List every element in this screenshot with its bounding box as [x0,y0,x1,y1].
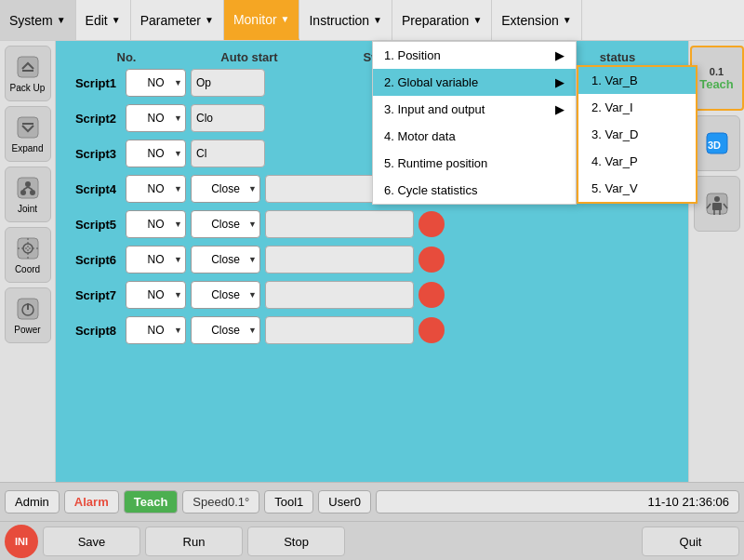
table-row: Script4 NO Close [65,175,679,203]
script-name: Script5 [65,218,121,232]
col-no: No. [65,50,188,64]
menu-bar: System ▼ Edit ▼ Parameter ▼ Monitor ▼ In… [0,0,744,41]
col-autostart: Auto start [188,50,311,64]
menu-parameter[interactable]: Parameter ▼ [131,0,224,40]
chevron-down-icon: ▼ [57,15,66,25]
script-name: Script1 [65,76,121,90]
run-button[interactable]: Run [145,527,243,556]
svg-rect-19 [712,203,722,210]
save-button[interactable]: Save [43,527,140,556]
sidebar-btn-joint[interactable]: Joint [5,167,51,222]
script-name: Script2 [65,112,121,126]
script-name: Script7 [65,288,121,302]
op-input[interactable] [191,104,265,132]
speed-status: Speed0.1° [182,490,259,513]
status-dot [418,176,445,202]
alarm-status: Alarm [64,490,119,513]
table-row: Script5 NO Close [65,210,679,238]
close-select[interactable]: Close [191,210,260,238]
chevron-down-icon: ▼ [373,15,382,25]
status-dot [418,247,445,273]
auto-start-select[interactable]: NO [126,246,186,273]
version-teach-box: 0.1 Teach [690,46,744,111]
table-row: Script2 NO [65,104,679,132]
sidebar-btn-packup[interactable]: Pack Up [5,46,51,101]
auto-start-select-wrapper: NO [126,69,186,97]
auto-start-select-wrapper: NO [126,210,186,238]
tool-status: Tool1 [264,490,313,513]
script-name: Script8 [65,324,121,338]
col-status: status [556,50,679,64]
auto-start-select[interactable]: NO [126,69,186,97]
status-bar: Admin Alarm Teach Speed0.1° Tool1 User0 … [0,482,744,521]
text-input[interactable] [265,246,414,273]
text-input[interactable] [265,175,414,203]
svg-rect-10 [18,238,38,259]
chevron-down-icon: ▼ [112,15,121,25]
text-input[interactable] [265,281,414,309]
auto-start-select[interactable]: NO [126,140,186,167]
menu-edit[interactable]: Edit ▼ [76,0,131,40]
quit-button[interactable]: Quit [642,527,739,556]
op-input[interactable] [191,140,265,167]
close-select-wrapper: Close [191,175,260,203]
sidebar-btn-robot3d[interactable]: 3D [694,115,740,171]
auto-start-select[interactable]: NO [126,316,186,344]
content-area: No. Auto start Sw status Script1 NO Scri… [56,41,688,482]
stop-button[interactable]: Stop [247,527,345,556]
table-row: Script8 NO Close [65,316,679,344]
sidebar-btn-robot-icon[interactable] [694,176,740,232]
datetime-status: 11-10 21:36:06 [376,490,739,513]
close-select[interactable]: Close [191,246,260,273]
status-dot [418,317,445,343]
left-sidebar: Pack Up Expand Joint [0,41,56,482]
svg-text:3D: 3D [708,140,721,151]
script-name: Script4 [65,182,121,196]
table-row: Script3 NO [65,140,679,167]
auto-start-select[interactable]: NO [126,281,186,309]
close-select[interactable]: Close [191,175,260,203]
table-row: Script6 NO Close [65,246,679,273]
status-dot [418,282,445,308]
user-status: User0 [318,490,371,513]
menu-system[interactable]: System ▼ [0,0,76,40]
sidebar-btn-expand[interactable]: Expand [5,106,51,162]
table-header: No. Auto start Sw status [65,50,679,64]
op-input[interactable] [191,69,265,97]
chevron-down-icon: ▼ [205,15,214,25]
close-select[interactable]: Close [191,316,260,344]
status-dot [418,211,445,237]
right-sidebar: 0.1 Teach 3D [688,41,744,482]
sidebar-btn-coord[interactable]: Coord [5,227,51,283]
auto-start-select[interactable]: NO [126,175,186,203]
version-label: 0.1 [710,66,724,77]
menu-extension[interactable]: Extension ▼ [492,0,581,40]
text-input[interactable] [265,210,414,238]
auto-start-select-wrapper: NO [126,140,186,167]
close-select-wrapper: Close [191,316,260,344]
menu-instruction[interactable]: Instruction ▼ [299,0,392,40]
table-row: Script1 NO [65,69,679,97]
chevron-down-icon: ▼ [472,15,482,25]
text-input[interactable] [265,316,414,344]
close-select[interactable]: Close [191,281,260,309]
main-layout: Pack Up Expand Joint [0,41,744,482]
menu-preparation[interactable]: Preparation ▼ [392,0,492,40]
svg-point-6 [20,190,26,195]
svg-rect-0 [18,57,38,77]
script-name: Script6 [65,253,121,267]
menu-monitor[interactable]: Monitor ▼ [224,0,300,40]
svg-rect-3 [22,123,33,125]
chevron-down-icon: ▼ [563,15,572,25]
auto-start-select[interactable]: NO [126,210,186,238]
svg-point-18 [714,196,720,202]
teach-label: Teach [699,77,734,91]
auto-start-select[interactable]: NO [126,104,186,132]
auto-start-select-wrapper: NO [126,104,186,132]
table-row: Script7 NO Close [65,281,679,309]
admin-status: Admin [5,490,60,513]
col-sw: Sw [311,50,433,64]
sidebar-btn-power[interactable]: Power [5,287,51,343]
chevron-down-icon: ▼ [281,14,290,24]
close-select-wrapper: Close [191,210,260,238]
